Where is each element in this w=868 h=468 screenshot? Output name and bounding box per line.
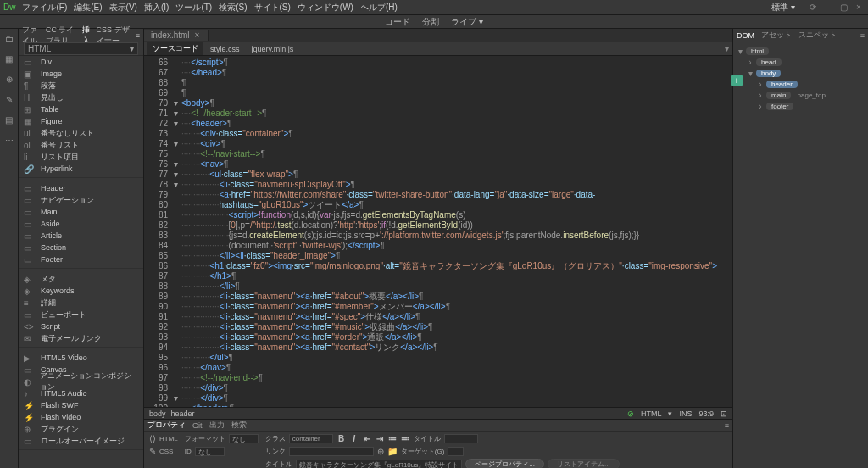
insert-category-select[interactable]: HTML ▾ <box>24 42 138 55</box>
css-icon[interactable]: ✎ <box>3 93 15 105</box>
insert-item[interactable]: ▭Main <box>19 206 143 218</box>
rtab-snippets[interactable]: スニペット <box>798 30 837 41</box>
dom-node[interactable]: ›footer <box>737 101 865 112</box>
insert-item[interactable]: ⊞Table <box>19 103 143 115</box>
menu-site[interactable]: サイト(S) <box>254 2 291 14</box>
window-minimize[interactable]: – <box>822 3 834 12</box>
insert-item[interactable]: ▭ビューポート <box>19 309 143 320</box>
insert-item[interactable]: ▭ナビゲーション <box>19 194 143 206</box>
breadcrumb-header[interactable]: header <box>171 410 195 418</box>
subtab-jquery[interactable]: jquery.min.js <box>247 44 299 54</box>
insert-item[interactable]: 🔗Hyperlink <box>19 163 143 175</box>
status-encoding[interactable]: ⊡ <box>721 410 727 418</box>
dom-icon[interactable]: ▤ <box>3 114 15 125</box>
insert-item[interactable]: ▦Figure <box>19 115 143 127</box>
twisty-icon[interactable]: › <box>757 102 764 111</box>
subtab-source[interactable]: ソースコード <box>147 42 203 55</box>
insert-item[interactable]: ul番号なしリスト <box>19 127 143 139</box>
insert-item[interactable]: ⊕プラグイン <box>19 423 143 435</box>
subtab-style[interactable]: style.css <box>205 44 245 54</box>
indent-in-icon[interactable]: ⇥ <box>375 434 385 444</box>
class-select[interactable]: container <box>289 434 333 443</box>
bold-button[interactable]: B <box>337 434 347 444</box>
dom-node[interactable]: ▾body <box>737 68 865 79</box>
menu-window[interactable]: ウィンドウ(W) <box>298 2 353 14</box>
workspace-switcher[interactable]: 標準 ▾ <box>771 2 795 14</box>
menu-help[interactable]: ヘルプ(H) <box>360 2 398 14</box>
dom-tag[interactable]: body <box>756 70 781 77</box>
insert-item[interactable]: ✉電子メールリンク <box>19 332 143 344</box>
proptab-properties[interactable]: プロパティ <box>147 420 186 431</box>
menu-search[interactable]: 検索(S) <box>219 2 247 14</box>
code-editor[interactable]: 6667686970717273747576777879808182838485… <box>144 56 732 407</box>
insert-item[interactable]: ▶HTML5 Video <box>19 352 143 364</box>
page-properties-button[interactable]: ページプロパティ... <box>465 459 544 468</box>
close-icon[interactable]: × <box>195 31 200 40</box>
dom-tag[interactable]: html <box>746 47 769 55</box>
insert-item[interactable]: ▭Article <box>19 230 143 242</box>
insert-item[interactable]: ▭ロールオーバーイメージ <box>19 435 143 447</box>
more-icon[interactable]: ⋯ <box>3 134 15 146</box>
menu-insert[interactable]: 挿入(I) <box>144 2 169 14</box>
menu-edit[interactable]: 編集(E) <box>74 2 102 14</box>
status-insert-mode[interactable]: INS <box>679 410 692 418</box>
italic-button[interactable]: I <box>349 434 359 444</box>
insert-item[interactable]: ▣Image <box>19 68 143 80</box>
twisty-icon[interactable]: › <box>747 58 754 67</box>
twisty-icon[interactable]: › <box>757 80 764 89</box>
insert-icon[interactable]: ⊕ <box>3 73 15 85</box>
insert-item[interactable]: ▭Header <box>19 182 143 194</box>
dom-node[interactable]: ▾html <box>737 46 865 57</box>
files-icon[interactable]: 🗀 <box>3 32 15 44</box>
dom-tag[interactable]: footer <box>766 103 793 110</box>
id-select[interactable]: なし <box>195 447 225 456</box>
title-input[interactable] <box>444 434 478 443</box>
breadcrumb-body[interactable]: body <box>149 410 166 418</box>
file-tab-index[interactable]: index.html× <box>144 30 209 41</box>
insert-item[interactable]: ◐アニメーションコンポジション <box>19 376 143 387</box>
insert-item[interactable]: ≡詳細 <box>19 297 143 309</box>
rtab-assets[interactable]: アセット <box>761 30 792 41</box>
target-select[interactable] <box>448 447 464 456</box>
dom-node[interactable]: ›main.page_top <box>737 90 865 101</box>
view-code[interactable]: コード <box>385 16 410 28</box>
dom-add-button[interactable]: + <box>731 75 743 86</box>
proptab-git[interactable]: Git <box>192 421 203 430</box>
insert-item[interactable]: ▭Div <box>19 56 143 68</box>
link-browse-icon[interactable]: 📁 <box>387 447 398 456</box>
insert-item[interactable]: ¶段落 <box>19 80 143 92</box>
panel-menu-icon[interactable]: ≡ <box>860 31 865 40</box>
dom-tag[interactable]: head <box>756 58 782 66</box>
insert-item[interactable]: <>Script <box>19 320 143 332</box>
menu-file[interactable]: ファイル(F) <box>22 2 67 14</box>
view-split[interactable]: 分割 <box>422 16 439 28</box>
dom-node[interactable]: ›header <box>737 79 865 90</box>
link-input[interactable] <box>289 447 374 456</box>
sync-icon[interactable]: ⟳ <box>807 3 819 12</box>
link-point-icon[interactable]: ⊕ <box>377 447 384 456</box>
dom-tag[interactable]: main <box>766 92 791 99</box>
insert-item[interactable]: ▭Footer <box>19 254 143 265</box>
chevron-down-icon[interactable]: ▾ <box>668 410 672 418</box>
dom-tag[interactable]: header <box>766 81 798 88</box>
proptab-search[interactable]: 検索 <box>231 420 247 431</box>
view-live[interactable]: ライブ ▾ <box>451 16 483 28</box>
insert-item[interactable]: ⚡Flash Video <box>19 411 143 423</box>
proptab-output[interactable]: 出力 <box>209 420 225 431</box>
twisty-icon[interactable]: › <box>757 91 764 100</box>
insert-item[interactable]: H見出し <box>19 92 143 103</box>
insert-item[interactable]: ▭Section <box>19 242 143 254</box>
html-mode-icon[interactable]: ⟨⟩ <box>149 434 156 443</box>
ul-icon[interactable]: ≔ <box>387 434 398 444</box>
window-maximize[interactable]: ▢ <box>837 3 849 12</box>
css-mode-icon[interactable]: ✎ <box>149 447 156 456</box>
panel-menu-icon[interactable]: ≡ <box>725 421 729 430</box>
ol-icon[interactable]: ≕ <box>400 434 410 444</box>
format-select[interactable]: なし <box>229 434 259 443</box>
insert-item[interactable]: ▭Aside <box>19 218 143 230</box>
panel-menu-icon[interactable]: ≡ <box>136 31 140 40</box>
insert-item[interactable]: liリスト項目 <box>19 151 143 163</box>
list-item-button[interactable]: リストアイテム... <box>548 459 620 468</box>
twisty-icon[interactable]: ▾ <box>737 47 743 56</box>
dom-node[interactable]: ›head <box>737 57 865 68</box>
